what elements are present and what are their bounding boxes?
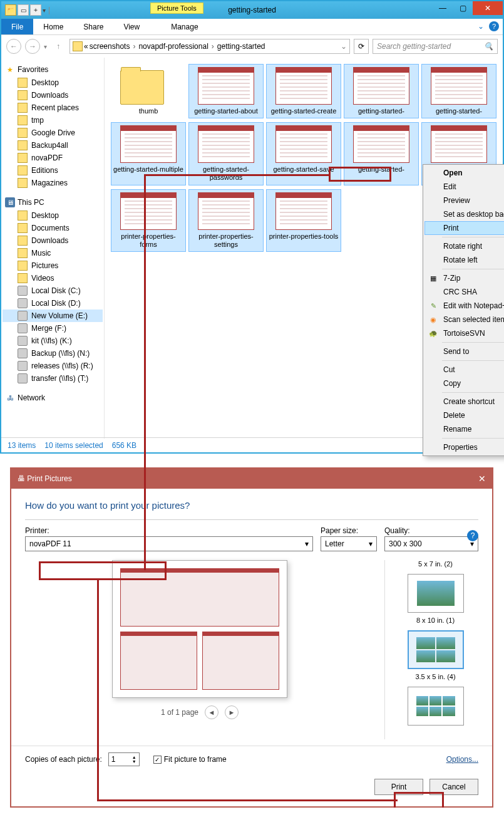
sidebar-item[interactable]: New Volume (E:) [3,310,103,322]
favorites-group[interactable]: ★ Favorites [3,63,103,76]
qat-dropdown-icon[interactable]: ▾ [43,7,46,14]
folder-item[interactable]: thumb [111,64,186,118]
back-button[interactable]: ← [6,39,21,54]
next-page-button[interactable]: ► [225,705,239,719]
file-item[interactable]: getting-started-passwords [188,122,264,185]
tab-view[interactable]: View [113,19,150,34]
search-input[interactable]: Search getting-started 🔍 [373,39,498,54]
cm-7zip[interactable]: ▦7-Zip▶ [424,271,504,285]
cm-delete[interactable]: Delete [424,408,504,422]
forward-button[interactable]: → [25,39,40,54]
help-icon[interactable]: ? [489,21,499,31]
quality-select[interactable]: 300 x 300▾ [384,536,478,551]
cm-cut[interactable]: Cut [424,363,504,377]
sidebar-item[interactable]: Desktop [3,209,103,222]
tab-share[interactable]: Share [73,19,113,34]
sidebar-item[interactable]: Google Drive [3,127,103,139]
file-item[interactable]: getting-started-about [188,64,264,118]
sidebar-item[interactable]: Downloads [3,234,103,247]
sidebar-item[interactable]: Merge (F:) [3,322,103,335]
properties-icon[interactable]: ▭ [18,4,29,16]
thispc-group[interactable]: 🖥 This PC [3,195,103,209]
print-button[interactable]: Print [374,779,423,795]
maximize-button[interactable]: ▢ [453,1,473,15]
sidebar-item[interactable]: Backup4all [3,139,103,152]
cm-rename[interactable]: Rename [424,422,504,436]
cm-edit[interactable]: Edit [424,180,504,194]
ribbon-expand-icon[interactable]: ⌄ [478,22,484,31]
file-tab[interactable]: File [1,19,33,34]
breadcrumb-part[interactable]: screenshots [90,42,130,51]
file-item[interactable]: getting-started-create [266,64,341,118]
cm-send-to[interactable]: Send to▶ [424,345,504,358]
cm-open[interactable]: Open [424,166,504,180]
sidebar-item[interactable]: Documents [3,222,103,234]
breadcrumb[interactable]: « screenshots › novapdf-professional › g… [69,39,350,54]
sidebar-item[interactable]: Magazines [3,177,103,189]
printer-select[interactable]: novaPDF 11▾ [25,536,313,551]
cancel-button[interactable]: Cancel [429,779,478,795]
sidebar-item[interactable]: Desktop [3,76,103,89]
sidebar-item[interactable]: Local Disk (D:) [3,297,103,310]
sidebar-item[interactable]: kit (\\fls) (K:) [3,335,103,347]
cm-rotate-left[interactable]: Rotate left [424,253,504,267]
minimize-button[interactable]: — [433,1,453,15]
sidebar-item[interactable]: Recent places [3,101,103,114]
cm-copy[interactable]: Copy [424,377,504,390]
prev-page-button[interactable]: ◄ [205,705,219,719]
cm-crc-sha[interactable]: CRC SHA▶ [424,285,504,299]
sidebar-item[interactable]: Local Disk (C:) [3,284,103,297]
cm-properties[interactable]: Properties [424,440,504,454]
sidebar-item[interactable]: novaPDF [3,152,103,164]
file-item[interactable]: getting-started- [421,64,496,118]
file-item[interactable]: printer-properties-forms [111,189,186,252]
sidebar-item[interactable]: Editions [3,164,103,177]
breadcrumb-part[interactable]: getting-started [217,42,265,51]
breadcrumb-part[interactable]: novapdf-professional [138,42,208,51]
tab-home[interactable]: Home [33,19,73,34]
refresh-button[interactable]: ⟳ [354,39,369,54]
cm-set-bg[interactable]: Set as desktop background [424,207,504,221]
file-item[interactable]: printer-properties-tools [266,189,341,252]
file-item[interactable]: getting-started-multiple [111,122,186,185]
sidebar-item[interactable]: Downloads [3,89,103,101]
paper-select[interactable]: Letter▾ [321,536,377,551]
fit-checkbox[interactable]: ✓ Fit picture to frame [153,755,227,764]
layout-option[interactable] [408,574,464,613]
cm-rotate-right[interactable]: Rotate right [424,239,504,253]
network-group[interactable]: 🖧 Network [3,391,103,405]
step-up-icon[interactable]: ▲ [132,755,136,759]
cm-preview[interactable]: Preview [424,194,504,207]
dialog-close-button[interactable]: ✕ [478,474,486,484]
contextual-tab[interactable]: Picture Tools [150,3,203,14]
sidebar-item[interactable]: transfer (\\fls) (T:) [3,372,103,385]
cm-tortoise[interactable]: 🐢TortoiseSVN▶ [424,326,504,340]
layout-option[interactable] [408,687,464,726]
sidebar-item[interactable]: Music [3,247,103,259]
options-link[interactable]: Options... [446,755,478,764]
file-item[interactable]: getting-started-save [266,122,341,185]
file-item[interactable]: getting-started- [344,122,419,185]
file-item[interactable]: getting-started- [344,64,419,118]
close-button[interactable]: ✕ [473,1,503,15]
sidebar-item[interactable]: Backup (\\fls) (N:) [3,347,103,360]
sidebar-item[interactable]: Videos [3,272,103,284]
up-button[interactable]: ↑ [51,39,66,54]
file-item[interactable]: printer-properties-settings [188,189,264,252]
cm-scan[interactable]: ◉Scan selected items for viruses [424,313,504,326]
help-icon[interactable]: ? [467,530,478,541]
cm-print[interactable]: Print [424,221,504,235]
print-preview [112,560,287,698]
history-dropdown-icon[interactable]: ▾ [44,43,47,50]
sidebar-item[interactable]: tmp [3,114,103,127]
new-folder-icon[interactable]: ＋ [30,4,41,16]
step-down-icon[interactable]: ▼ [132,759,136,764]
sidebar-item[interactable]: releases (\\fls) (R:) [3,360,103,372]
layout-option-selected[interactable] [408,630,464,669]
copies-stepper[interactable]: 1 ▲▼ [108,752,140,766]
drive-icon [18,373,28,383]
cm-shortcut[interactable]: Create shortcut [424,395,504,408]
tab-manage[interactable]: Manage [161,19,208,34]
sidebar-item[interactable]: Pictures [3,259,103,272]
cm-notepadpp[interactable]: ✎Edit with Notepad++ [424,299,504,313]
